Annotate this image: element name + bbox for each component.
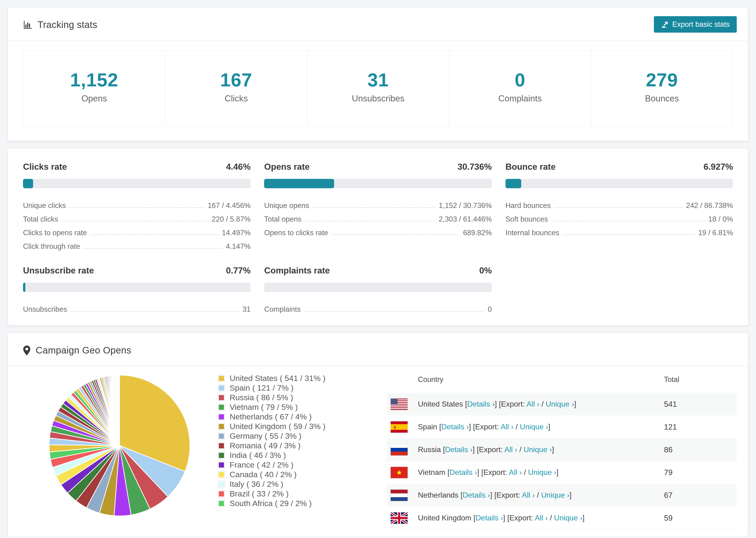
export-all-link-ru[interactable]: All ›	[504, 445, 517, 454]
details-link-gb[interactable]: Details ›	[475, 513, 503, 522]
complaints-count: 0	[452, 69, 588, 91]
rate-detail-rows: Unique opens1,152 / 30.736%Total opens2,…	[264, 196, 492, 237]
export-all-link-vn[interactable]: All ›	[509, 468, 522, 476]
geo-row-text: United Kingdom [Details ›] [Export: All …	[418, 513, 664, 522]
legend-color-chip	[218, 481, 225, 488]
geo-table-row-nl: Netherlands [Details ›] [Export: All › /…	[387, 484, 737, 507]
legend-color-chip	[218, 500, 225, 507]
country-column-header: Country	[387, 375, 664, 384]
details-link-ru[interactable]: Details ›	[445, 445, 473, 454]
export-all-link-gb[interactable]: All ›	[535, 513, 548, 522]
legend-label: Vietnam ( 79 / 5% )	[230, 403, 298, 412]
geo-table-row-gb: United Kingdom [Details ›] [Export: All …	[387, 507, 737, 529]
legend-item: South Africa ( 29 / 2% )	[218, 499, 359, 508]
legend-color-chip	[218, 433, 225, 440]
export-unique-link-ru[interactable]: Unique ›	[523, 445, 552, 454]
legend-label: Canada ( 40 / 2% )	[230, 470, 297, 479]
geo-content: United States ( 541 / 31% )Spain ( 121 /…	[8, 366, 748, 537]
details-link-nl[interactable]: Details ›	[462, 491, 490, 499]
geo-row-text: Vietnam [Details ›] [Export: All › / Uni…	[418, 468, 664, 477]
stat-value: 14.497%	[222, 229, 250, 237]
export-basic-stats-button[interactable]: Export basic stats	[654, 16, 737, 32]
geo-table-row-es: Spain [Details ›] [Export: All › / Uniqu…	[387, 415, 737, 438]
rate-head: Complaints rate0%	[264, 266, 492, 276]
stat-value: 1,152 / 30.736%	[439, 201, 492, 210]
details-link-es[interactable]: Details ›	[441, 422, 469, 431]
ru-flag-icon	[391, 444, 407, 456]
geo-table-header: Country Total	[387, 366, 737, 393]
dotted-leader	[83, 248, 223, 248]
legend-color-chip	[218, 394, 225, 401]
progress-bar-fill	[264, 179, 334, 188]
rates-grid: Clicks rate4.46%Unique clicks167 / 4.456…	[23, 162, 733, 314]
country-name: United States	[418, 400, 463, 408]
stat-row: Total clicks220 / 5.87%	[23, 210, 250, 224]
rate-title: Complaints rate	[264, 266, 330, 276]
export-all-link-de[interactable]: All ›	[512, 536, 525, 537]
complaints-label: Complaints	[452, 94, 588, 103]
export-unique-link-gb[interactable]: Unique ›	[554, 513, 582, 522]
geo-row-total: 67	[664, 491, 737, 500]
stat-label: Hard bounces	[506, 201, 551, 210]
export-unique-link-vn[interactable]: Unique ›	[528, 468, 557, 476]
tracking-stats-card: Tracking stats Export basic stats 1,152 …	[8, 7, 748, 141]
es-flag-icon	[391, 421, 407, 433]
stat-label: Unique opens	[264, 201, 309, 210]
stat-value: 689.82%	[463, 229, 492, 237]
legend-item: France ( 42 / 2% )	[218, 460, 359, 470]
legend-color-chip	[218, 471, 225, 478]
dotted-leader	[90, 235, 219, 235]
export-unique-link-es[interactable]: Unique ›	[520, 422, 548, 431]
legend-label: Italy ( 36 / 2% )	[230, 480, 283, 489]
details-link-vn[interactable]: Details ›	[450, 468, 477, 476]
stat-value: 4.147%	[226, 242, 250, 251]
country-name: Netherlands	[418, 491, 459, 499]
export-unique-link-nl[interactable]: Unique ›	[541, 491, 569, 499]
legend-color-chip	[218, 423, 225, 430]
details-link-de[interactable]: Details ›	[453, 536, 480, 537]
rate-head: Bounce rate6.927%	[506, 162, 733, 172]
geo-title: Campaign Geo Opens	[36, 345, 131, 355]
rate-panel-bounce-rate: Bounce rate6.927%Hard bounces242 / 86.73…	[506, 162, 733, 251]
legend-item: India ( 46 / 3% )	[218, 451, 359, 460]
stat-row: Unsubscribes31	[23, 300, 250, 314]
summary-stats: 1,152 Opens 167 Clicks 31 Unsubscribes 0…	[23, 51, 733, 126]
country-name: Russia	[418, 445, 441, 454]
unsubscribes-label: Unsubscribes	[310, 94, 447, 103]
details-link-us[interactable]: Details ›	[467, 400, 495, 408]
geo-table-row-de: Germany [Details ›] [Export: All › / Uni…	[387, 529, 737, 537]
legend-label: United Kingdom ( 59 / 3% )	[230, 422, 325, 431]
geo-row-text: Spain [Details ›] [Export: All › / Uniqu…	[418, 422, 664, 431]
export-all-link-es[interactable]: All ›	[501, 422, 513, 431]
country-name: Vietnam	[418, 468, 445, 476]
us-flag-icon	[391, 399, 407, 410]
rates-card: Clicks rate4.46%Unique clicks167 / 4.456…	[8, 148, 748, 326]
export-unique-link-de[interactable]: Unique ›	[531, 536, 560, 537]
stat-label: Total clicks	[23, 215, 58, 224]
export-unique-link-us[interactable]: Unique ›	[546, 400, 574, 408]
rate-detail-rows: Complaints0	[264, 300, 492, 314]
geo-row-text: Germany [Details ›] [Export: All › / Uni…	[418, 536, 664, 537]
legend-label: Netherlands ( 67 / 4% )	[230, 412, 312, 421]
legend-label: India ( 46 / 3% )	[230, 451, 286, 460]
country-name: Germany	[418, 536, 449, 537]
rate-detail-rows: Unsubscribes31	[23, 300, 250, 314]
progress-bar-complaints-rate	[264, 283, 492, 292]
export-all-link-us[interactable]: All ›	[526, 400, 539, 408]
geo-table-body: United States [Details ›] [Export: All ›…	[387, 393, 737, 537]
legend-color-chip	[218, 452, 225, 459]
stat-value: 31	[243, 305, 250, 314]
de-flag-icon	[391, 535, 407, 537]
geo-pie-chart	[45, 372, 193, 520]
summary-cell-unsubscribes: 31 Unsubscribes	[307, 51, 449, 126]
legend-item: United Kingdom ( 59 / 3% )	[218, 422, 359, 431]
rate-head: Opens rate30.736%	[264, 162, 492, 172]
stat-label: Click through rate	[23, 242, 80, 251]
legend-item: Germany ( 55 / 3% )	[218, 431, 359, 441]
export-all-link-nl[interactable]: All ›	[522, 491, 535, 499]
rate-value: 30.736%	[458, 162, 492, 172]
progress-bar-unsubscribe-rate	[23, 283, 250, 292]
legend-item: United States ( 541 / 31% )	[218, 373, 359, 383]
total-column-header: Total	[664, 375, 737, 384]
legend-item: Russia ( 86 / 5% )	[218, 393, 359, 402]
